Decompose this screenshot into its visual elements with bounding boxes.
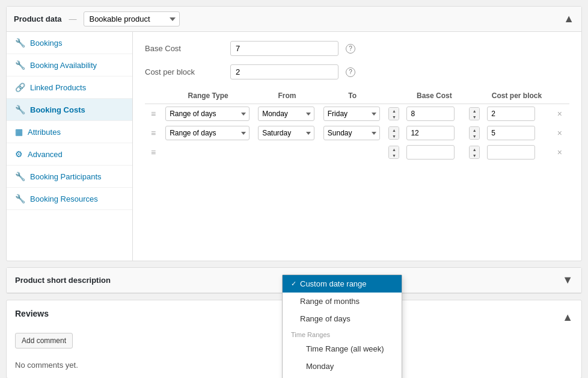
- reviews-title: Reviews: [15, 309, 49, 318]
- remove-row-1[interactable]: ×: [554, 109, 566, 119]
- wrench-icon-participants: 🔧: [15, 172, 25, 181]
- spinner-down-6[interactable]: ▼: [470, 152, 479, 158]
- sidebar-item-attributes[interactable]: ▦ Attributes: [7, 121, 132, 143]
- to-select-1[interactable]: Monday Tuesday Wednesday Thursday Friday…: [323, 107, 380, 121]
- spinner-cell-6: ▲ ▼: [465, 143, 483, 162]
- sidebar-item-booking-availability[interactable]: 🔧 Booking Availability: [7, 54, 132, 76]
- title-separator: —: [69, 14, 76, 23]
- th-remove: [550, 88, 569, 104]
- range-type-select-1[interactable]: Range of days Custom date range Range of…: [165, 107, 250, 121]
- drag-handle-icon-3[interactable]: ≡: [149, 147, 158, 157]
- wrench-icon-costs: 🔧: [15, 105, 25, 114]
- th-to: To: [320, 88, 385, 104]
- cost-per-block-row: Cost per block ?: [145, 64, 569, 79]
- spinner-down-1[interactable]: ▼: [389, 114, 399, 120]
- spinner-1: ▲ ▼: [388, 107, 399, 120]
- dropdown-label-range-of-months: Range of months: [300, 297, 360, 306]
- from-cell-1: Monday Tuesday Wednesday Thursday Friday…: [254, 104, 320, 124]
- cost-per-block-cell-3: [483, 143, 550, 162]
- base-cost-input-1[interactable]: [406, 107, 455, 121]
- spinner-up-6[interactable]: ▲: [470, 146, 479, 152]
- to-select-2[interactable]: Monday Tuesday Wednesday Thursday Friday…: [323, 126, 380, 140]
- spinner-6: ▲ ▼: [469, 146, 480, 159]
- spinner-up-2[interactable]: ▲: [470, 108, 479, 114]
- spinner-up-3[interactable]: ▲: [389, 127, 399, 133]
- base-cost-input-3[interactable]: [406, 145, 455, 160]
- spinner-up-5[interactable]: ▲: [389, 146, 399, 152]
- remove-cell-1: ×: [550, 104, 569, 124]
- dropdown-item-time-range-all-week[interactable]: ✓ Time Range (all week): [283, 340, 402, 358]
- dropdown-label-monday: Monday: [306, 362, 334, 371]
- dropdown-item-range-of-days[interactable]: ✓ Range of days: [283, 310, 402, 327]
- table-row: ≡ Range of days Custom date range Range …: [145, 104, 569, 124]
- wrench-icon-resources: 🔧: [15, 194, 25, 203]
- to-cell-1: Monday Tuesday Wednesday Thursday Friday…: [320, 104, 385, 124]
- spinner-down-4[interactable]: ▼: [470, 133, 479, 139]
- sidebar-item-booking-resources[interactable]: 🔧 Booking Resources: [7, 188, 132, 210]
- from-select-1[interactable]: Monday Tuesday Wednesday Thursday Friday…: [258, 107, 314, 121]
- sidebar: 🔧 Bookings 🔧 Booking Availability 🔗 Link…: [7, 32, 133, 261]
- product-type-select[interactable]: Bookable product: [84, 11, 180, 26]
- base-cost-input-2[interactable]: [406, 126, 455, 140]
- sidebar-item-booking-participants[interactable]: 🔧 Booking Participants: [7, 166, 132, 188]
- base-cost-input[interactable]: [230, 41, 338, 56]
- add-comment-button[interactable]: Add comment: [15, 333, 73, 349]
- th-spacer1: [385, 88, 403, 104]
- spinner-down-3[interactable]: ▼: [389, 133, 399, 139]
- product-short-desc-title: Product short description: [15, 276, 111, 285]
- dropdown-label-time-range-all-week: Time Range (all week): [306, 344, 384, 353]
- range-type-cell-2: Range of days Custom date range Range of…: [162, 123, 254, 143]
- gear-icon: ⚙: [15, 149, 23, 159]
- remove-row-3[interactable]: ×: [554, 147, 566, 157]
- sidebar-label-advanced: Advanced: [28, 150, 63, 159]
- drag-handle-icon-2[interactable]: ≡: [149, 128, 158, 138]
- cost-per-block-input-1[interactable]: [487, 107, 535, 121]
- drag-handle-cell-2: ≡: [145, 123, 162, 143]
- th-spacer2: [465, 88, 483, 104]
- spinner-cell-3: ▲ ▼: [385, 123, 403, 143]
- base-cost-help-icon[interactable]: ?: [346, 44, 355, 54]
- base-cost-cell-1: [403, 104, 465, 124]
- panel-header-left: Product data — Bookable product: [14, 11, 180, 26]
- dropdown-item-tuesday[interactable]: ✓ Tuesday: [283, 375, 402, 378]
- spinner-3: ▲ ▼: [388, 126, 399, 140]
- range-type-select-2[interactable]: Range of days Custom date range Range of…: [165, 126, 250, 140]
- sidebar-label-linked-products: Linked Products: [30, 83, 86, 92]
- reviews-collapse-icon[interactable]: ▲: [562, 311, 573, 324]
- panel-collapse-icon[interactable]: ▲: [563, 13, 574, 25]
- grid-icon: ▦: [15, 127, 23, 137]
- base-cost-label: Base Cost: [145, 44, 223, 53]
- dropdown-item-range-of-months[interactable]: ✓ Range of months: [283, 293, 402, 310]
- sidebar-label-attributes: Attributes: [28, 128, 61, 137]
- spinner-up-4[interactable]: ▲: [470, 127, 479, 133]
- base-cost-cell-2: [403, 123, 465, 143]
- dropdown-item-monday[interactable]: ✓ Monday: [283, 358, 402, 375]
- spinner-5: ▲ ▼: [388, 146, 399, 159]
- table-row: ≡ Custom date range: [145, 143, 569, 162]
- table-row: ≡ Range of days Custom date range Range …: [145, 123, 569, 143]
- spinner-up-1[interactable]: ▲: [389, 108, 399, 114]
- from-select-2[interactable]: Monday Tuesday Wednesday Thursday Friday…: [258, 126, 314, 140]
- wrench-icon-availability: 🔧: [15, 60, 25, 70]
- remove-cell-3: ×: [550, 143, 569, 162]
- spinner-down-2[interactable]: ▼: [470, 114, 479, 120]
- cost-per-block-label: Cost per block: [145, 67, 223, 76]
- cost-per-block-help-icon[interactable]: ?: [346, 67, 355, 77]
- th-drag: [145, 88, 162, 104]
- spinner-cell-4: ▲ ▼: [465, 123, 483, 143]
- cost-per-block-input-3[interactable]: [487, 145, 535, 160]
- remove-row-2[interactable]: ×: [554, 128, 566, 138]
- sidebar-item-bookings[interactable]: 🔧 Bookings: [7, 32, 132, 54]
- drag-handle-icon[interactable]: ≡: [149, 109, 158, 119]
- cost-per-block-input-2[interactable]: [487, 126, 535, 140]
- spinner-down-5[interactable]: ▼: [389, 152, 399, 158]
- cost-per-block-input[interactable]: [230, 64, 338, 79]
- range-type-cell-3: Custom date range: [162, 143, 254, 162]
- sidebar-item-linked-products[interactable]: 🔗 Linked Products: [7, 76, 132, 99]
- content-area: Base Cost ? Cost per block ? Range Type: [133, 32, 581, 261]
- sidebar-item-booking-costs[interactable]: 🔧 Booking Costs: [7, 99, 132, 121]
- short-desc-collapse-icon[interactable]: ▼: [562, 274, 573, 287]
- remove-cell-2: ×: [550, 123, 569, 143]
- sidebar-item-advanced[interactable]: ⚙ Advanced: [7, 143, 132, 166]
- dropdown-item-custom-date-range[interactable]: ✓ Custom date range: [283, 275, 402, 293]
